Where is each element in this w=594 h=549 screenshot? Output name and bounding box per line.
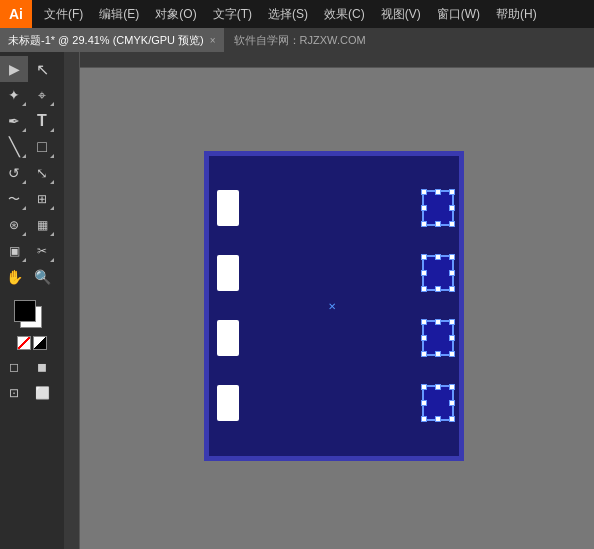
lasso-tool[interactable]: ⌖	[28, 82, 56, 108]
handle-mr-2[interactable]	[449, 270, 455, 276]
ruler-top	[64, 52, 594, 68]
tool-row-7: ⊛ ▦	[0, 212, 64, 238]
handle-bm-3[interactable]	[435, 351, 441, 357]
artboard-tool[interactable]: ▣	[0, 238, 28, 264]
selected-obj-4[interactable]	[422, 385, 454, 421]
handle-tr-2[interactable]	[449, 254, 455, 260]
handle-br-4[interactable]	[449, 416, 455, 422]
selected-obj-1[interactable]	[422, 190, 454, 226]
handle-br-2[interactable]	[449, 286, 455, 292]
tab-active-label: 未标题-1* @ 29.41% (CMYK/GPU 预览)	[8, 33, 204, 48]
handle-tl-3[interactable]	[421, 319, 427, 325]
film-main: ✕	[247, 156, 417, 456]
tool-row-extra2: ⊡ ⬜	[0, 380, 64, 406]
canvas-area[interactable]: ✕	[64, 52, 594, 549]
magic-wand-tool[interactable]: ✦	[0, 82, 28, 108]
handle-tm-1[interactable]	[435, 189, 441, 195]
fill-tool[interactable]: ◻	[0, 354, 28, 380]
handle-ml-2[interactable]	[421, 270, 427, 276]
titlebar: Ai 文件(F) 编辑(E) 对象(O) 文字(T) 选择(S) 效果(C) 视…	[0, 0, 594, 28]
color-swatch-wrap	[12, 298, 52, 334]
menu-file[interactable]: 文件(F)	[36, 0, 91, 28]
graph-tool[interactable]: ▦	[28, 212, 56, 238]
film-outer: ✕	[204, 151, 464, 461]
rotate-tool[interactable]: ↺	[0, 160, 28, 186]
symbol-sprayer-tool[interactable]: ⊛	[0, 212, 28, 238]
extra-tool[interactable]: ⬜	[28, 380, 56, 406]
tabbar: 未标题-1* @ 29.41% (CMYK/GPU 预览) × 软件自学网：RJ…	[0, 28, 594, 52]
tab-inactive-label: 软件自学网：RJZXW.COM	[234, 33, 366, 48]
rectangle-tool[interactable]: □	[28, 134, 56, 160]
menu-window[interactable]: 窗口(W)	[429, 0, 488, 28]
direct-selection-tool[interactable]: ↖	[28, 56, 56, 82]
menu-effect[interactable]: 效果(C)	[316, 0, 373, 28]
warp-tool[interactable]: 〜	[0, 186, 28, 212]
film-hole-4	[217, 385, 239, 421]
menu-edit[interactable]: 编辑(E)	[91, 0, 147, 28]
menu-type[interactable]: 文字(T)	[205, 0, 260, 28]
handle-tl-4[interactable]	[421, 384, 427, 390]
slice-tool[interactable]: ✂	[28, 238, 56, 264]
handle-tr-4[interactable]	[449, 384, 455, 390]
handle-bm-1[interactable]	[435, 221, 441, 227]
handle-bm-2[interactable]	[435, 286, 441, 292]
hand-tool[interactable]: ✋	[0, 264, 28, 290]
handle-bl-1[interactable]	[421, 221, 427, 227]
tab-inactive[interactable]: 软件自学网：RJZXW.COM	[224, 28, 376, 52]
handle-br-1[interactable]	[449, 221, 455, 227]
tool-row-1: ▶ ↖	[0, 56, 64, 82]
tab-active[interactable]: 未标题-1* @ 29.41% (CMYK/GPU 预览) ×	[0, 28, 224, 52]
tool-row-2: ✦ ⌖	[0, 82, 64, 108]
handle-br-3[interactable]	[449, 351, 455, 357]
menu-help[interactable]: 帮助(H)	[488, 0, 545, 28]
stroke-tool[interactable]: ◼	[28, 354, 56, 380]
foreground-color-swatch[interactable]	[14, 300, 36, 322]
selected-obj-2[interactable]	[422, 255, 454, 291]
handle-ml-4[interactable]	[421, 400, 427, 406]
line-tool[interactable]: ╲	[0, 134, 28, 160]
handle-bl-2[interactable]	[421, 286, 427, 292]
menu-object[interactable]: 对象(O)	[147, 0, 204, 28]
selected-obj-3[interactable]	[422, 320, 454, 356]
toolbar: ▶ ↖ ✦ ⌖ ✒ T ╲ □ ↺ ⤡ 〜 ⊞ ⊛ ▦	[0, 52, 64, 549]
menu-view[interactable]: 视图(V)	[373, 0, 429, 28]
free-transform-tool[interactable]: ⊞	[28, 186, 56, 212]
handle-tr-3[interactable]	[449, 319, 455, 325]
tab-active-close[interactable]: ×	[210, 35, 216, 46]
tool-row-4: ╲ □	[0, 134, 64, 160]
handle-ml-1[interactable]	[421, 205, 427, 211]
handle-bm-4[interactable]	[435, 416, 441, 422]
handle-tr-1[interactable]	[449, 189, 455, 195]
handle-bl-3[interactable]	[421, 351, 427, 357]
ruler-left	[64, 52, 80, 549]
center-cross: ✕	[328, 300, 336, 311]
selection-tool[interactable]: ▶	[0, 56, 28, 82]
handle-tl-1[interactable]	[421, 189, 427, 195]
menu-bar: 文件(F) 编辑(E) 对象(O) 文字(T) 选择(S) 效果(C) 视图(V…	[32, 0, 594, 28]
scale-tool[interactable]: ⤡	[28, 160, 56, 186]
pen-tool[interactable]: ✒	[0, 108, 28, 134]
none-swatch[interactable]	[17, 336, 31, 350]
main-layout: ▶ ↖ ✦ ⌖ ✒ T ╲ □ ↺ ⤡ 〜 ⊞ ⊛ ▦	[0, 52, 594, 549]
type-tool[interactable]: T	[28, 108, 56, 134]
handle-tm-3[interactable]	[435, 319, 441, 325]
small-swatches	[17, 336, 47, 350]
film-right-strip	[417, 156, 459, 456]
zoom-tool[interactable]: 🔍	[28, 264, 56, 290]
handle-mr-1[interactable]	[449, 205, 455, 211]
tool-row-extra1: ◻ ◼	[0, 354, 64, 380]
change-screen-mode[interactable]: ⊡	[0, 380, 28, 406]
swap-colors[interactable]	[33, 336, 47, 350]
handle-tm-2[interactable]	[435, 254, 441, 260]
film-container: ✕	[204, 151, 464, 461]
menu-select[interactable]: 选择(S)	[260, 0, 316, 28]
tool-row-8: ▣ ✂	[0, 238, 64, 264]
handle-bl-4[interactable]	[421, 416, 427, 422]
handle-tm-4[interactable]	[435, 384, 441, 390]
handle-ml-3[interactable]	[421, 335, 427, 341]
film-hole-2	[217, 255, 239, 291]
handle-tl-2[interactable]	[421, 254, 427, 260]
film-hole-3	[217, 320, 239, 356]
handle-mr-3[interactable]	[449, 335, 455, 341]
handle-mr-4[interactable]	[449, 400, 455, 406]
